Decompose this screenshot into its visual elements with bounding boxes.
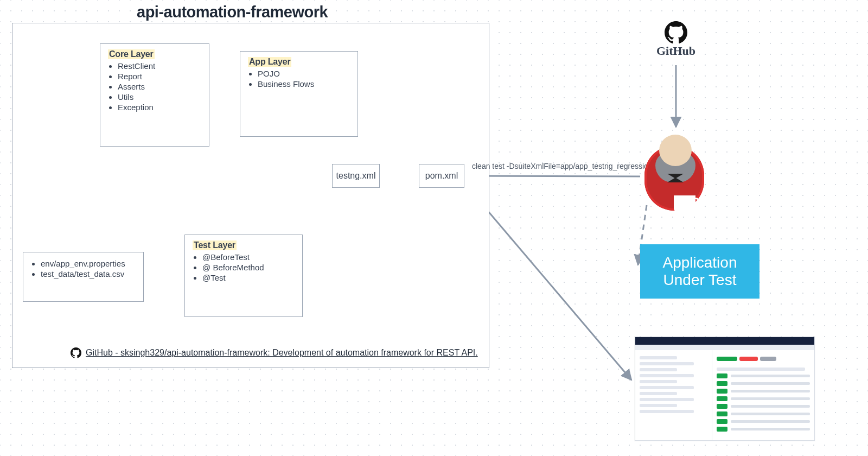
app-layer-list: POJO Business Flows xyxy=(248,69,351,88)
test-layer-node: Test Layer @BeforeTest @ BeforeMethod @T… xyxy=(184,235,303,317)
test-layer-item: @BeforeTest xyxy=(202,252,296,262)
repo-link-row: GitHub - sksingh329/api-automation-frame… xyxy=(71,347,478,358)
svg-line-9 xyxy=(465,185,631,380)
resources-node: env/app_env.properties test_data/test_da… xyxy=(23,252,144,302)
jenkins-node xyxy=(640,130,711,217)
testng-xml-node: testng.xml xyxy=(332,164,380,188)
core-layer-list: RestClient Report Asserts Utils Exceptio… xyxy=(108,61,202,112)
core-layer-item: Utils xyxy=(118,92,202,102)
test-report-thumbnail xyxy=(635,337,815,441)
test-layer-item: @Test xyxy=(202,273,296,282)
app-layer-item: Business Flows xyxy=(258,79,351,88)
framework-title: api-automation-framework xyxy=(137,3,328,21)
app-layer-item: POJO xyxy=(258,69,351,78)
test-layer-list: @BeforeTest @ BeforeMethod @Test xyxy=(193,252,296,282)
app-layer-title: App Layer xyxy=(248,57,291,67)
jenkins-command-label: clean test -DsuiteXmlFile=app/app_testng… xyxy=(472,162,666,170)
core-layer-node: Core Layer RestClient Report Asserts Uti… xyxy=(100,43,209,147)
core-layer-item: RestClient xyxy=(118,61,202,71)
pom-xml-node: pom.xml xyxy=(419,164,464,188)
core-layer-item: Exception xyxy=(118,103,202,112)
resources-item: env/app_env.properties xyxy=(41,259,137,268)
core-layer-item: Asserts xyxy=(118,82,202,91)
resources-list: env/app_env.properties test_data/test_da… xyxy=(31,259,137,278)
github-label: GitHub xyxy=(656,44,695,58)
github-node: GitHub xyxy=(649,16,703,63)
aut-label: Application Under Test xyxy=(640,254,760,289)
resources-item: test_data/test_data.csv xyxy=(41,269,137,278)
github-icon xyxy=(665,21,687,44)
application-under-test-node: Application Under Test xyxy=(640,244,760,299)
test-layer-title: Test Layer xyxy=(193,240,237,250)
svg-line-6 xyxy=(465,176,640,176)
test-layer-item: @ BeforeMethod xyxy=(202,263,296,272)
repo-link-text[interactable]: GitHub - sksingh329/api-automation-frame… xyxy=(86,348,478,358)
github-icon xyxy=(71,347,81,358)
core-layer-item: Report xyxy=(118,72,202,81)
app-layer-node: App Layer POJO Business Flows xyxy=(240,51,358,137)
core-layer-title: Core Layer xyxy=(108,49,155,59)
